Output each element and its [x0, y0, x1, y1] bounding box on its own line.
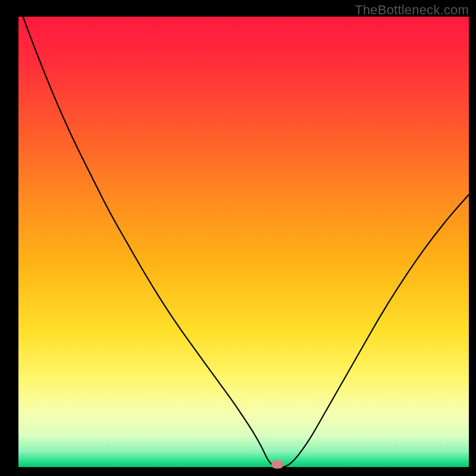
- plot-background: [18, 17, 469, 467]
- optimal-marker: [271, 461, 283, 469]
- bottleneck-chart: [0, 0, 476, 476]
- chart-stage: TheBottleneck.com: [0, 0, 476, 476]
- watermark-label: TheBottleneck.com: [355, 2, 469, 18]
